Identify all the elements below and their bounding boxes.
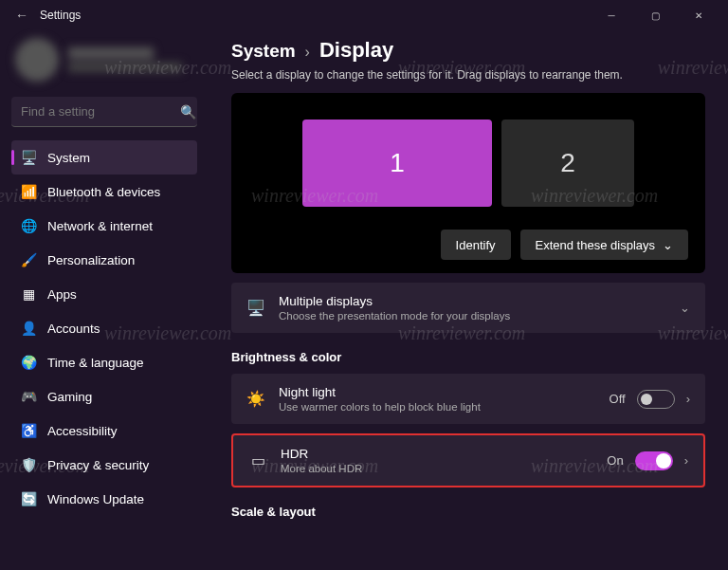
nav-system[interactable]: 🖥️System: [11, 140, 197, 175]
extend-label: Extend these displays: [536, 238, 655, 252]
hdr-more-link[interactable]: More about HDR: [281, 463, 593, 474]
accessibility-icon: ♿: [21, 423, 36, 438]
personalization-icon: 🖌️: [21, 252, 36, 267]
toggle-state: Off: [610, 392, 626, 406]
chevron-right-icon: ›: [686, 392, 690, 406]
maximize-button[interactable]: ▢: [633, 0, 677, 30]
nav-bluetooth[interactable]: 📶Bluetooth & devices: [11, 175, 197, 209]
subheading: Select a display to change the settings …: [231, 68, 705, 82]
titlebar: ← Settings ─ ▢ ✕: [0, 0, 728, 30]
system-icon: 🖥️: [21, 150, 36, 165]
sidebar: 🔍 🖥️System 📶Bluetooth & devices 🌐Network…: [0, 30, 203, 570]
main-content: System › Display Select a display to cha…: [203, 30, 728, 570]
close-button[interactable]: ✕: [677, 0, 720, 30]
card-title: Multiple displays: [279, 294, 666, 308]
monitor-2[interactable]: 2: [501, 120, 634, 207]
avatar: [15, 38, 59, 82]
breadcrumb: System › Display: [231, 38, 705, 63]
chevron-down-icon: ⌄: [663, 238, 673, 252]
search-box[interactable]: 🔍: [11, 97, 197, 127]
hdr-toggle[interactable]: [635, 451, 673, 470]
nav-label: Accounts: [47, 322, 100, 336]
update-icon: 🔄: [21, 491, 36, 506]
section-scale: Scale & layout: [231, 505, 705, 519]
nav-label: Privacy & security: [47, 458, 149, 472]
card-hdr[interactable]: ▭ HDR More about HDR On ›: [231, 433, 705, 487]
gaming-icon: 🎮: [21, 389, 36, 404]
nav-label: Personalization: [47, 253, 135, 267]
window-title: Settings: [36, 9, 590, 22]
night-light-icon: ☀️: [246, 390, 265, 408]
privacy-icon: 🛡️: [21, 457, 36, 472]
section-brightness: Brightness & color: [231, 350, 705, 364]
card-subtitle: Use warmer colors to help block blue lig…: [279, 401, 596, 413]
chevron-right-icon: ›: [684, 453, 688, 468]
account-email: [68, 63, 182, 72]
card-subtitle: Choose the presentation mode for your di…: [279, 310, 666, 322]
back-button[interactable]: ←: [8, 8, 36, 23]
night-light-toggle[interactable]: [637, 390, 675, 409]
breadcrumb-sep: ›: [305, 44, 310, 61]
breadcrumb-parent[interactable]: System: [231, 41, 296, 62]
nav-network[interactable]: 🌐Network & internet: [11, 209, 197, 243]
account-block[interactable]: [11, 30, 197, 93]
identify-button[interactable]: Identify: [441, 230, 511, 260]
nav-gaming[interactable]: 🎮Gaming: [11, 379, 197, 414]
apps-icon: ▦: [21, 286, 36, 302]
search-icon: 🔍: [180, 104, 196, 120]
nav-label: Windows Update: [47, 492, 144, 506]
nav-label: Accessibility: [47, 424, 118, 438]
toggle-state: On: [607, 453, 623, 468]
card-night-light[interactable]: ☀️ Night light Use warmer colors to help…: [231, 374, 705, 424]
nav-accounts[interactable]: 👤Accounts: [11, 311, 197, 345]
nav-time[interactable]: 🌍Time & language: [11, 345, 197, 379]
nav-privacy[interactable]: 🛡️Privacy & security: [11, 448, 197, 482]
search-input[interactable]: [21, 104, 180, 119]
extend-dropdown[interactable]: Extend these displays⌄: [520, 230, 688, 260]
nav-label: System: [47, 151, 90, 165]
nav-personalization[interactable]: 🖌️Personalization: [11, 243, 197, 277]
minimize-button[interactable]: ─: [590, 0, 633, 30]
multiple-displays-icon: 🖥️: [246, 299, 265, 317]
nav-label: Gaming: [47, 390, 92, 404]
time-icon: 🌍: [21, 355, 36, 370]
network-icon: 🌐: [21, 218, 36, 233]
nav-label: Apps: [47, 287, 77, 302]
nav-apps[interactable]: ▦Apps: [11, 277, 197, 311]
nav-label: Time & language: [47, 356, 144, 370]
card-title: Night light: [279, 385, 596, 399]
hdr-icon: ▭: [248, 451, 267, 469]
breadcrumb-current: Display: [319, 38, 393, 63]
nav-accessibility[interactable]: ♿Accessibility: [11, 414, 197, 448]
card-title: HDR: [281, 447, 593, 461]
monitor-area[interactable]: 1 2: [248, 110, 688, 224]
account-name: [68, 47, 154, 59]
bluetooth-icon: 📶: [21, 184, 36, 199]
card-multiple-displays[interactable]: 🖥️ Multiple displays Choose the presenta…: [231, 283, 705, 333]
nav-label: Network & internet: [47, 219, 153, 233]
display-arrangement-panel: 1 2 Identify Extend these displays⌄: [231, 93, 705, 273]
monitor-1[interactable]: 1: [302, 120, 492, 207]
nav-update[interactable]: 🔄Windows Update: [11, 482, 197, 516]
chevron-down-icon: ⌄: [680, 301, 690, 315]
nav-label: Bluetooth & devices: [47, 185, 160, 199]
accounts-icon: 👤: [21, 321, 36, 336]
